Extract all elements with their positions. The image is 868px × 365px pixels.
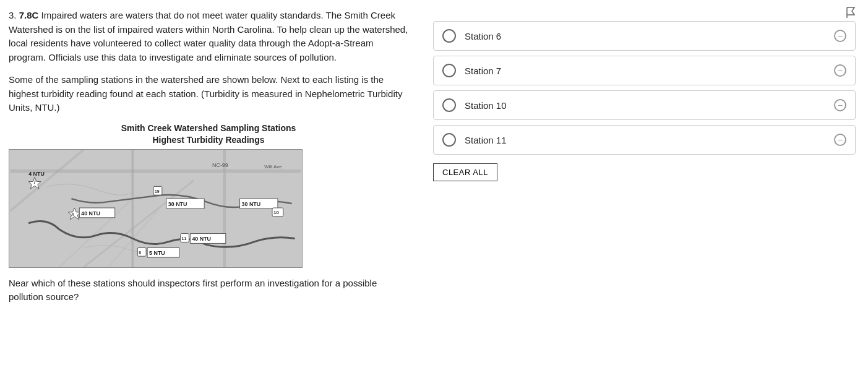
question-paragraph2: Some of the sampling stations in the wat…	[9, 73, 408, 115]
svg-text:11: 11	[182, 236, 187, 241]
question-number: 3.	[9, 10, 19, 20]
svg-text:30 NTU: 30 NTU	[168, 201, 187, 207]
question-body1: Impaired waters are waters that do not m…	[9, 10, 408, 62]
question-paragraph1: 3. 7.8C Impaired waters are waters that …	[9, 9, 408, 64]
svg-text:4 NTU: 4 NTU	[28, 170, 45, 176]
option-label-station11: Station 11	[465, 135, 834, 145]
answer-option-station6[interactable]: Station 6 −	[433, 21, 856, 51]
map-container: NC-99 4 NTU 7 40 NTU 4 19	[9, 149, 303, 268]
option-label-station6: Station 6	[465, 31, 834, 41]
right-panel: Station 6 − Station 7 − Station 10 − Sta…	[421, 0, 868, 365]
svg-text:7: 7	[33, 180, 36, 184]
answer-option-station7[interactable]: Station 7 −	[433, 56, 856, 85]
minus-icon-station11[interactable]: −	[834, 134, 846, 146]
svg-text:10: 10	[273, 210, 279, 215]
map-title-line1: Smith Creek Watershed Sampling Stations	[9, 122, 408, 135]
svg-text:6: 6	[139, 251, 141, 255]
left-panel: 3. 7.8C Impaired waters are waters that …	[0, 0, 421, 365]
minus-icon-station10[interactable]: −	[834, 99, 846, 111]
question-prompt: Near which of these stations should insp…	[9, 277, 408, 304]
radio-station11[interactable]	[442, 133, 456, 147]
clear-all-button[interactable]: CLEAR ALL	[433, 163, 497, 181]
svg-text:5 NTU: 5 NTU	[149, 250, 165, 256]
radio-station6[interactable]	[442, 29, 456, 43]
flag-icon[interactable]	[846, 6, 856, 19]
minus-icon-station7[interactable]: −	[834, 64, 846, 77]
option-label-station7: Station 7	[465, 66, 834, 76]
map-section: Smith Creek Watershed Sampling Stations …	[9, 122, 408, 268]
map-title-line2: Highest Turbidity Readings	[9, 134, 408, 147]
svg-text:30 NTU: 30 NTU	[242, 201, 261, 207]
svg-text:40 NTU: 40 NTU	[81, 210, 100, 217]
radio-station7[interactable]	[442, 64, 456, 77]
map-title: Smith Creek Watershed Sampling Stations …	[9, 122, 408, 147]
svg-text:4: 4	[71, 212, 74, 217]
svg-text:40 NTU: 40 NTU	[192, 236, 211, 242]
option-label-station10: Station 10	[465, 100, 834, 111]
svg-text:NC-99: NC-99	[212, 161, 228, 168]
svg-text:19: 19	[155, 189, 160, 194]
answer-option-station10[interactable]: Station 10 −	[433, 90, 856, 120]
answer-option-station11[interactable]: Station 11 −	[433, 125, 856, 155]
question-code: 7.8C	[19, 10, 39, 20]
minus-icon-station6[interactable]: −	[834, 30, 846, 42]
radio-station10[interactable]	[442, 98, 456, 112]
map-svg: NC-99 4 NTU 7 40 NTU 4 19	[9, 150, 302, 267]
svg-text:Wilt Ave: Wilt Ave	[264, 163, 282, 169]
